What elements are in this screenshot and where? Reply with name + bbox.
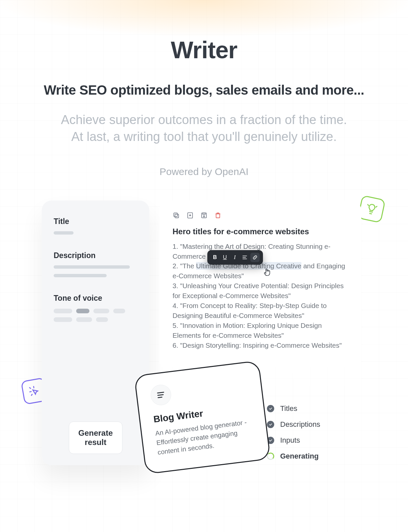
tone-option[interactable] xyxy=(76,317,92,322)
svg-line-3 xyxy=(366,208,367,208)
download-icon[interactable] xyxy=(186,212,194,219)
title-input-placeholder[interactable] xyxy=(54,231,74,235)
generate-button[interactable]: Generate result xyxy=(69,421,123,454)
output-item: 3. "Unleashing Your Creative Potential: … xyxy=(173,282,344,299)
tool-card[interactable]: Blog Writer An AI-powered blog generator… xyxy=(134,360,271,474)
svg-line-2 xyxy=(376,206,377,207)
tone-label: Tone of voice xyxy=(54,294,137,303)
svg-line-20 xyxy=(158,397,162,397)
powered-by: Powered by OpenAI xyxy=(0,166,408,177)
progress-label: Inputs xyxy=(280,436,300,445)
output-panel: Hero titles for e-commerce websites 1. "… xyxy=(159,200,361,392)
input-panel: Title Description Tone of voice Generate… xyxy=(42,200,149,465)
description-label: Description xyxy=(54,251,137,260)
tone-option[interactable] xyxy=(93,309,109,313)
tone-option[interactable] xyxy=(54,309,72,313)
lightbulb-icon xyxy=(357,195,385,223)
copy-icon[interactable] xyxy=(173,212,180,219)
progress-label: Descriptions xyxy=(280,420,320,429)
link-icon[interactable] xyxy=(250,253,260,262)
tone-options[interactable] xyxy=(54,309,137,322)
svg-point-13 xyxy=(203,216,205,217)
description-input-line1[interactable] xyxy=(54,265,130,269)
svg-rect-14 xyxy=(216,214,220,218)
progress-label: Titles xyxy=(280,404,297,413)
tagline-line-1: Achieve superior outcomes in a fraction … xyxy=(0,111,408,128)
title-label: Title xyxy=(54,217,137,226)
trash-icon[interactable] xyxy=(214,212,222,219)
svg-line-5 xyxy=(34,386,34,388)
output-item: 2. "The Ultimate Guide to Crafting Creat… xyxy=(173,262,345,280)
tone-option[interactable] xyxy=(54,317,72,322)
progress-item: Descriptions xyxy=(267,420,353,429)
align-icon[interactable] xyxy=(240,253,249,262)
progress-item-active: Generating xyxy=(267,452,353,461)
output-heading: Hero titles for e-commerce websites xyxy=(173,227,348,236)
menu-icon xyxy=(149,383,172,406)
page-subtitle: Write SEO optimized blogs, sales emails … xyxy=(0,83,408,98)
svg-rect-9 xyxy=(174,213,178,216)
progress-list: Titles Descriptions Inputs Generating xyxy=(267,404,353,468)
save-icon[interactable] xyxy=(200,212,208,219)
svg-line-6 xyxy=(30,391,31,392)
svg-line-18 xyxy=(158,392,164,393)
svg-line-19 xyxy=(158,394,163,395)
tone-option-active[interactable] xyxy=(76,309,89,313)
svg-line-0 xyxy=(373,203,373,204)
tagline-line-2: At last, a writing tool that you'll genu… xyxy=(0,128,408,145)
svg-line-1 xyxy=(368,204,369,205)
pointer-cursor-icon xyxy=(263,268,272,278)
svg-line-7 xyxy=(31,394,32,395)
output-item: 6. "Design Storytelling: Inspiring e-Com… xyxy=(173,341,342,349)
description-input-line2[interactable] xyxy=(54,274,107,277)
underline-button[interactable]: U xyxy=(221,253,229,262)
progress-label-active: Generating xyxy=(280,452,319,461)
bold-button[interactable]: B xyxy=(211,253,219,262)
page-title: Writer xyxy=(0,36,408,64)
svg-line-4 xyxy=(29,387,30,388)
check-icon xyxy=(267,421,274,428)
svg-rect-12 xyxy=(203,213,205,214)
svg-rect-8 xyxy=(175,214,178,218)
output-item: 4. "From Concept to Reality: Step-by-Ste… xyxy=(173,302,327,319)
italic-button[interactable]: I xyxy=(230,253,239,262)
check-icon xyxy=(267,405,274,412)
tone-option[interactable] xyxy=(96,317,108,322)
progress-item: Titles xyxy=(267,404,353,413)
spinner-icon xyxy=(267,453,274,460)
output-item: 5. "Innovation in Motion: Exploring Uniq… xyxy=(173,322,322,339)
tone-option[interactable] xyxy=(113,309,125,313)
format-toolbar: B U I xyxy=(207,250,263,265)
progress-item: Inputs xyxy=(267,436,353,445)
